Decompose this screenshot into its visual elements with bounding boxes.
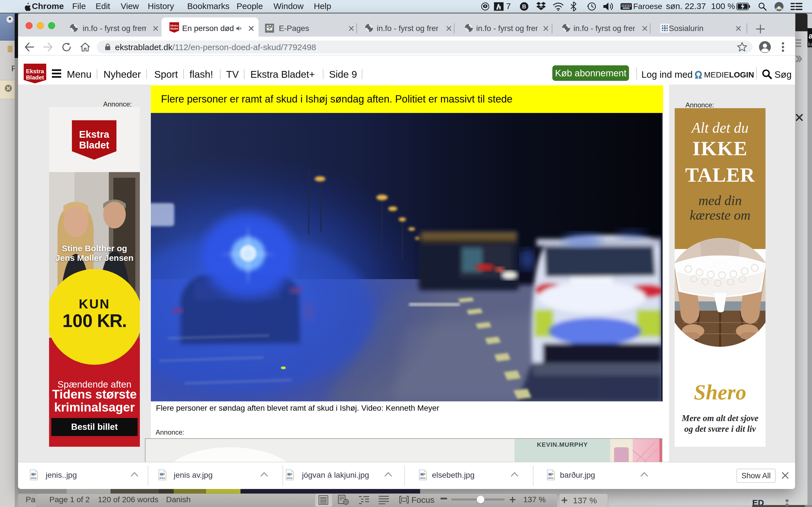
svg-text:Ekstra: Ekstra [26, 68, 44, 74]
svg-text:B: B [522, 3, 526, 10]
svg-text:Bladet: Bladet [79, 139, 109, 151]
svg-text:JPEG: JPEG [159, 477, 165, 480]
svg-text:JPEG: JPEG [31, 477, 36, 480]
svg-text:Ekstra: Ekstra [79, 129, 109, 140]
svg-text:Ekstra: Ekstra [170, 24, 179, 27]
svg-text:JPEG: JPEG [548, 477, 553, 480]
svg-text:Bladet: Bladet [26, 74, 44, 80]
svg-text:JPEG: JPEG [419, 477, 425, 480]
svg-text:JPEG: JPEG [287, 477, 292, 480]
svg-text:Bladet: Bladet [170, 27, 178, 30]
